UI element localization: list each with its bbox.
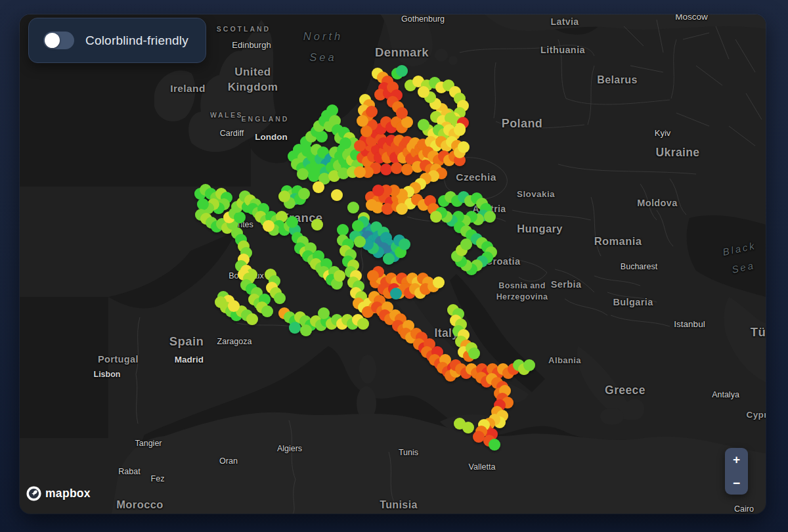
zoom-out-button[interactable]: −: [725, 472, 748, 495]
mapbox-wordmark: mapbox: [45, 487, 91, 500]
zoom-in-button[interactable]: +: [725, 448, 748, 472]
toggle-knob-icon: [45, 33, 60, 48]
colorblind-panel: Colorblind-friendly: [28, 18, 206, 63]
mapbox-icon: [26, 486, 41, 501]
mapbox-logo[interactable]: mapbox: [26, 486, 91, 501]
colorblind-label: Colorblind-friendly: [85, 33, 188, 48]
page: { "controls": { "colorblind": { "label":…: [0, 0, 788, 532]
colorblind-toggle[interactable]: [43, 32, 74, 49]
map-canvas[interactable]: United KingdomIrelandDenmarkPolandBelaru…: [20, 14, 766, 514]
map-base-layer: [20, 14, 766, 514]
zoom-controls: + −: [725, 448, 748, 495]
